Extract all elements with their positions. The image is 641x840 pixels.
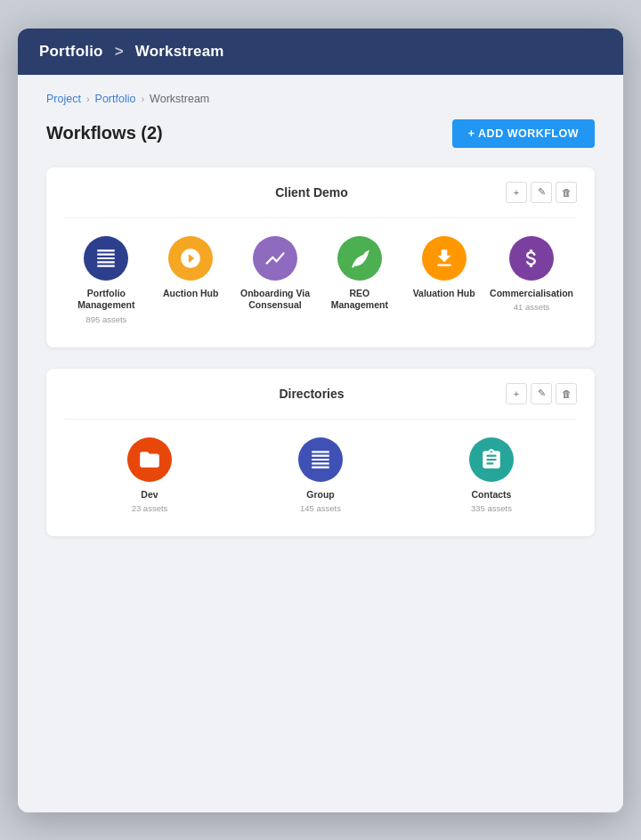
card-delete-button-client-demo[interactable]: 🗑 [556,182,577,203]
workflow-name-dev: Dev [141,489,158,502]
building-icon [94,247,118,270]
workflow-name-commercialisation: Commercialisation [490,288,573,300]
workflow-assets-dev: 23 assets [132,503,168,513]
workflow-icon-contacts [469,437,514,482]
content-area: Project › Portfolio › Workstream Workflo… [18,75,623,812]
breadcrumb-portfolio[interactable]: Portfolio [95,93,136,105]
breadcrumb-project[interactable]: Project [46,93,81,105]
breadcrumb-sep-2: › [141,94,144,104]
breadcrumb-sep-1: › [86,94,90,104]
add-workflow-button[interactable]: + ADD WORKFLOW [452,119,595,148]
workflow-item-onboarding[interactable]: Onboarding Via Consensual [233,231,318,320]
card-add-button-client-demo[interactable]: + [506,182,527,203]
card-actions-directories: + ✎ 🗑 [506,383,577,404]
workflow-item-reo-management[interactable]: REO Management [317,231,402,320]
card-title-client-demo: Client Demo [118,185,506,200]
workflow-assets-portfolio-management: 895 assets [85,314,126,324]
section-name: Workstream [135,43,224,60]
workflow-items-client-demo: Portfolio Management 895 assets Auction … [64,231,577,330]
workflow-items-directories: Dev 23 assets Group 145 assets [64,432,577,519]
card-add-button-directories[interactable]: + [506,383,527,404]
dollar-icon [520,247,543,270]
workflow-card-client-demo: Client Demo + ✎ 🗑 Portfolio Management [46,167,595,347]
workflow-name-group: Group [306,489,335,502]
leaf-icon [348,247,371,270]
page-title: Workflows (2) [46,123,163,143]
card-header-directories: Directories + ✎ 🗑 [64,383,577,404]
folder-icon [138,448,161,471]
card-edit-button-client-demo[interactable]: ✎ [531,182,552,203]
breadcrumb-current: Workstream [150,93,209,105]
title-separator: > [115,43,124,60]
workflow-name-portfolio-management: Portfolio Management [68,288,145,312]
graph-icon [264,247,287,270]
card-title-directories: Directories [118,387,506,401]
workflow-item-contacts[interactable]: Contacts 335 assets [406,432,577,519]
workflow-card-directories: Directories + ✎ 🗑 Dev 23 assets [46,369,595,537]
workflow-item-commercialisation[interactable]: Commercialisation 41 assets [486,231,577,318]
workflow-item-auction-hub[interactable]: Auction Hub [149,231,233,308]
workflow-item-portfolio-management[interactable]: Portfolio Management 895 assets [64,231,149,330]
workflow-assets-contacts: 335 assets [471,503,512,513]
card-actions-client-demo: + ✎ 🗑 [506,182,577,203]
workflow-name-onboarding: Onboarding Via Consensual [237,288,314,312]
workflow-icon-valuation-hub [422,236,467,281]
workflow-assets-commercialisation: 41 assets [514,302,550,312]
card-edit-button-directories[interactable]: ✎ [531,383,552,404]
app-name: Portfolio [39,43,103,60]
workflow-assets-group: 145 assets [300,503,341,513]
workflow-icon-portfolio-management [84,236,128,281]
download-icon [433,247,456,270]
workflow-icon-dev [127,437,172,482]
workflow-icon-auction-hub [168,236,213,281]
workflow-item-dev[interactable]: Dev 23 assets [64,432,235,519]
building-icon [309,448,332,471]
title-bar: Portfolio > Workstream [18,29,623,75]
clipboard-icon [480,448,503,471]
workflow-name-reo-management: REO Management [320,288,398,312]
breadcrumb: Project › Portfolio › Workstream [46,93,595,105]
card-header-client-demo: Client Demo + ✎ 🗑 [64,182,577,203]
chart-icon [179,247,202,270]
card-divider-directories [64,419,577,420]
workflow-icon-onboarding [253,236,297,281]
workflow-name-valuation-hub: Valuation Hub [413,288,475,300]
workflow-item-valuation-hub[interactable]: Valuation Hub [402,231,486,308]
workflow-name-contacts: Contacts [472,489,512,502]
app-window: Portfolio > Workstream Project › Portfol… [18,29,623,812]
workflow-icon-reo-management [337,236,382,281]
workflow-item-group[interactable]: Group 145 assets [235,432,406,519]
workflow-icon-group [298,437,343,482]
workflow-icon-commercialisation [509,236,554,281]
workflow-name-auction-hub: Auction Hub [163,288,218,300]
card-divider [64,217,577,218]
page-header: Workflows (2) + ADD WORKFLOW [46,119,595,148]
card-delete-button-directories[interactable]: 🗑 [556,383,577,404]
